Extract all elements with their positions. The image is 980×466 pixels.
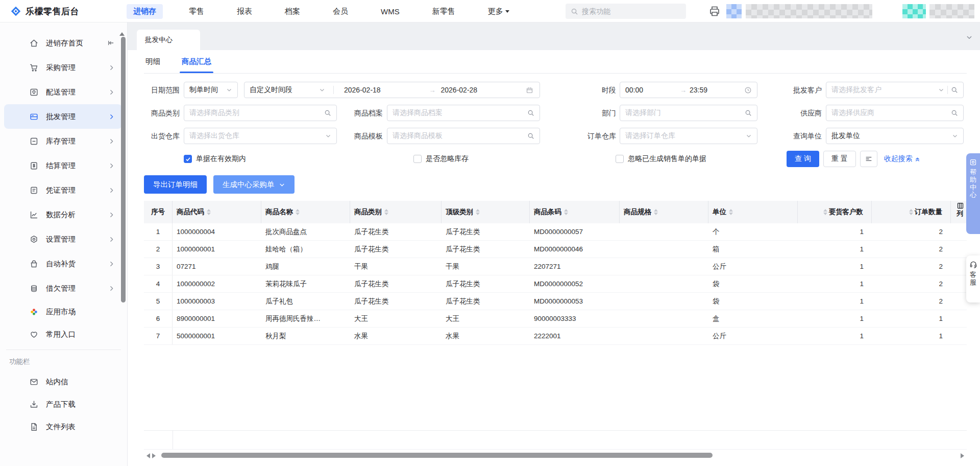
cell-商品条码: 90000003333 bbox=[530, 310, 620, 327]
time-range-input[interactable]: 00:00 → 23:59 bbox=[620, 82, 757, 98]
table-row[interactable]: 307271鸡腿干果干果2207271公斤12 bbox=[144, 258, 967, 275]
search-input[interactable] bbox=[582, 7, 669, 15]
search-icon[interactable] bbox=[951, 86, 958, 94]
sidebar-item-凭证管理[interactable]: 凭证管理 bbox=[4, 178, 122, 202]
cell-商品规格 bbox=[620, 258, 708, 275]
column-header-商品规格[interactable]: 商品规格 bbox=[620, 201, 708, 223]
date-to-value[interactable]: 2026-02-28 bbox=[441, 86, 521, 94]
replenish-icon bbox=[29, 259, 39, 269]
dept-select[interactable]: 请选择部门 bbox=[620, 105, 757, 121]
table-row[interactable]: 11000000004批次商品盘点瓜子花生类瓜子花生类MD0000000057个… bbox=[144, 223, 967, 241]
out-warehouse-select[interactable]: 请选择出货仓库 bbox=[184, 128, 337, 144]
doc-time-select[interactable]: 制单时间 bbox=[184, 82, 238, 98]
column-header-商品名称[interactable]: 商品名称 bbox=[261, 201, 350, 223]
checkbox-ignore-generated[interactable]: 忽略已生成销售单的单据 bbox=[616, 151, 706, 167]
reset-button[interactable]: 重 置 bbox=[823, 151, 856, 167]
filter-row-1: 日期范围 制单时间 自定义时间段 2026-02-18 → 2026-02-28 bbox=[144, 82, 967, 98]
sidebar-item-数据分析[interactable]: 数据分析 bbox=[4, 202, 122, 227]
template-select[interactable]: 请选择商品模板 bbox=[387, 128, 540, 144]
redacted-account-text bbox=[746, 4, 872, 18]
sidebar-scrollbar[interactable] bbox=[121, 37, 126, 302]
nav-item-5[interactable]: 会员 bbox=[326, 4, 355, 19]
collapse-search-link[interactable]: 收起搜索 bbox=[884, 154, 921, 164]
sidebar-item-进销存首页[interactable]: 进销存首页 bbox=[4, 31, 122, 55]
sidebar-scroll-up-arrow[interactable] bbox=[119, 30, 125, 36]
help-center-panel[interactable]: 帮助中心 bbox=[966, 153, 980, 234]
supplier-select[interactable]: 请选择供应商 bbox=[826, 105, 964, 121]
category-select[interactable]: 请选择商品类别 bbox=[184, 105, 337, 121]
period-type-select[interactable]: 自定义时间段 bbox=[244, 85, 330, 95]
sidebar-item-label: 文件列表 bbox=[46, 422, 76, 432]
nav-item-7[interactable]: 新零售 bbox=[426, 4, 462, 19]
column-header-要货客户数[interactable]: 要货客户数 bbox=[798, 201, 872, 223]
column-header-商品条码[interactable]: 商品条码 bbox=[530, 201, 620, 223]
checkbox-valid-period[interactable]: 单据在有效期内 bbox=[184, 151, 246, 167]
sidebar-item-采购管理[interactable]: 采购管理 bbox=[4, 55, 122, 80]
cell-订单数量: 2 bbox=[872, 241, 951, 258]
home-icon bbox=[29, 38, 39, 48]
filter-list-settings-button[interactable] bbox=[860, 151, 877, 167]
table-header: 序号商品代码商品名称商品类别顶级类别商品条码商品规格单位要货客户数订单数量 bbox=[144, 201, 967, 223]
nav-item-1[interactable]: 进销存 bbox=[127, 4, 163, 19]
scroll-far-right-arrow[interactable] bbox=[961, 453, 967, 458]
nav-item-3[interactable]: 报表 bbox=[230, 4, 259, 19]
printer-icon[interactable] bbox=[708, 5, 721, 17]
sidebar-item-库存管理[interactable]: 库存管理 bbox=[4, 129, 122, 153]
date-range-control[interactable]: 自定义时间段 2026-02-18 → 2026-02-28 bbox=[244, 82, 540, 98]
time-from-value[interactable]: 00:00 bbox=[625, 86, 677, 94]
order-warehouse-select[interactable]: 请选择订单仓库 bbox=[620, 128, 757, 144]
customer-select[interactable]: 请选择批发客户 bbox=[826, 82, 964, 98]
cell-商品条码: MD0000000052 bbox=[530, 275, 620, 292]
collapse-sidebar-icon[interactable] bbox=[107, 39, 115, 47]
tab-product-summary[interactable]: 商品汇总 bbox=[182, 50, 211, 73]
scrollbar-thumb[interactable] bbox=[161, 453, 713, 458]
column-header-订单数量[interactable]: 订单数量 bbox=[872, 201, 951, 223]
global-search[interactable] bbox=[566, 4, 686, 19]
chevron-down-icon bbox=[279, 181, 285, 188]
sidebar-item-设置管理[interactable]: 设置管理 bbox=[4, 227, 122, 251]
nav-item-6[interactable]: WMS bbox=[374, 5, 406, 18]
table-row[interactable]: 21000000001娃哈哈（箱）瓜子花生类瓜子花生类MD0000000046箱… bbox=[144, 241, 967, 258]
sidebar-item-结算管理[interactable]: 结算管理 bbox=[4, 153, 122, 178]
scroll-right-arrow[interactable] bbox=[152, 453, 158, 458]
app-logo: 乐檬零售后台 bbox=[10, 0, 79, 22]
nav-item-2[interactable]: 零售 bbox=[182, 4, 211, 19]
column-header-商品类别[interactable]: 商品类别 bbox=[350, 201, 442, 223]
sub-tabs: 明细 商品汇总 bbox=[144, 50, 967, 74]
sidebar-item-配送管理[interactable]: 配送管理 bbox=[4, 80, 122, 104]
sidebar-item-文件列表[interactable]: 文件列表 bbox=[4, 415, 122, 438]
sidebar-item-自动补货[interactable]: 自动补货 bbox=[4, 251, 122, 276]
nav-item-8[interactable]: 更多 bbox=[481, 4, 516, 19]
date-range-inputs[interactable]: 2026-02-18 → 2026-02-28 bbox=[337, 86, 540, 94]
export-order-detail-button[interactable]: 导出订单明细 bbox=[144, 175, 207, 194]
sidebar-item-借欠管理[interactable]: 借欠管理 bbox=[4, 276, 122, 300]
horizontal-scrollbar[interactable] bbox=[144, 452, 967, 459]
generate-center-po-button[interactable]: 生成中心采购单 bbox=[213, 175, 295, 194]
date-from-value[interactable]: 2026-02-18 bbox=[344, 86, 424, 94]
table-row[interactable]: 68900000001周再德周氏香辣…大王大王90000003333盒11 bbox=[144, 310, 967, 328]
sidebar-item-应用市场[interactable]: 应用市场 bbox=[4, 300, 122, 323]
column-header-顶级类别[interactable]: 顶级类别 bbox=[442, 201, 530, 223]
column-header-单位[interactable]: 单位 bbox=[708, 201, 798, 223]
sidebar-item-站内信[interactable]: 站内信 bbox=[4, 370, 122, 393]
tabstrip-chevron-down-icon[interactable] bbox=[966, 34, 973, 41]
customer-service-panel[interactable]: 客服 bbox=[966, 255, 980, 302]
sidebar-item-产品下载[interactable]: 产品下载 bbox=[4, 393, 122, 415]
nav-item-4[interactable]: 档案 bbox=[278, 4, 307, 19]
tab-detail[interactable]: 明细 bbox=[145, 50, 160, 73]
sidebar-item-常用入口[interactable]: 常用入口 bbox=[4, 323, 122, 345]
checkbox-ignore-stock[interactable]: 是否忽略库存 bbox=[413, 151, 469, 167]
filter-row-3: 出货仓库 请选择出货仓库 商品模板 请选择商品模板 订单仓库 请选择订单仓库 查… bbox=[144, 128, 967, 144]
sidebar-item-批发管理[interactable]: 批发管理 bbox=[4, 104, 122, 129]
query-unit-select[interactable]: 批发单位 bbox=[826, 128, 964, 144]
scroll-left-arrow[interactable] bbox=[144, 453, 150, 458]
time-to-value[interactable]: 23:59 bbox=[690, 86, 741, 94]
query-button[interactable]: 查 询 bbox=[787, 151, 819, 167]
table-row[interactable]: 75000000001秋月梨水果水果2222001公斤11 bbox=[144, 328, 967, 345]
table-row[interactable]: 41000000002茉莉花味瓜子瓜子花生类瓜子花生类MD0000000052袋… bbox=[144, 275, 967, 293]
table-row[interactable]: 51000000003瓜子礼包瓜子花生类瓜子花生类MD0000000053袋12 bbox=[144, 293, 967, 310]
column-header-商品代码[interactable]: 商品代码 bbox=[173, 201, 261, 223]
window-tab-wholesale-center[interactable]: 批发中心 bbox=[137, 30, 200, 50]
search-icon bbox=[951, 109, 958, 116]
archive-select[interactable]: 请选择商品档案 bbox=[387, 105, 540, 121]
